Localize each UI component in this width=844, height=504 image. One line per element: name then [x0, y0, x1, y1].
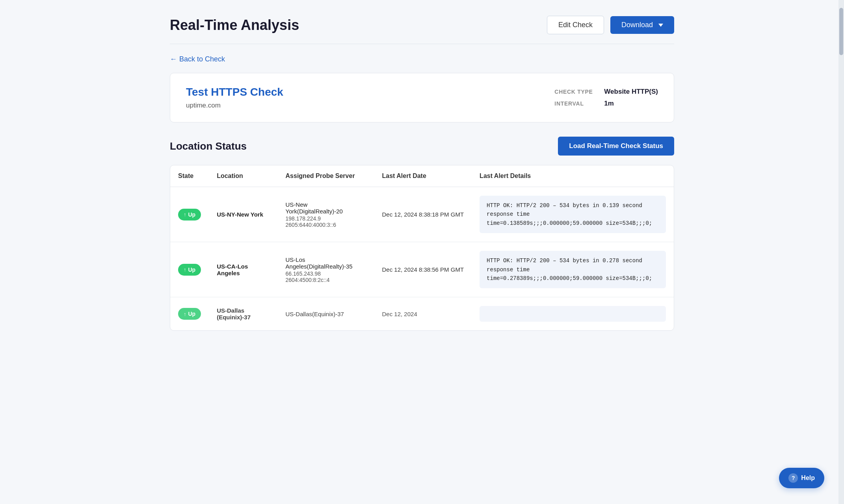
- check-name: Test HTTPS Check: [186, 86, 283, 98]
- status-badge: ↑ Up: [178, 308, 201, 320]
- location-name: US-Dallas (Equinix)-37: [217, 307, 251, 321]
- location-status-title: Location Status: [170, 140, 247, 152]
- check-url: uptime.com: [186, 102, 283, 109]
- check-card-left: Test HTTPS Check uptime.com: [186, 86, 283, 109]
- state-cell: ↑ Up: [170, 242, 209, 297]
- last-alert-date-cell: Dec 12, 2024 8:38:56 PM GMT: [374, 242, 472, 297]
- check-type-value: Website HTTP(S): [604, 88, 658, 96]
- check-interval-row: INTERVAL 1m: [554, 100, 658, 107]
- probe-name: US-Dallas(Equinix)-37: [286, 311, 366, 317]
- alert-detail-line1: HTTP OK: HTTP/2 200 – 534 bytes in 0.278…: [487, 256, 659, 274]
- state-cell: ↑ Up: [170, 187, 209, 242]
- col-last-alert-details: Last Alert Details: [472, 165, 674, 187]
- col-state: State: [170, 165, 209, 187]
- scrollbar[interactable]: [838, 0, 844, 504]
- alert-details-box: [480, 306, 666, 322]
- edit-check-button[interactable]: Edit Check: [547, 16, 604, 34]
- alert-details-box: HTTP OK: HTTP/2 200 – 534 bytes in 0.139…: [480, 196, 666, 233]
- arrow-left-icon: ←: [170, 55, 177, 63]
- probe-ip: 66.165.243.98: [286, 271, 366, 277]
- help-button[interactable]: ? Help: [779, 468, 824, 488]
- check-info-card: Test HTTPS Check uptime.com CHECK TYPE W…: [170, 73, 674, 122]
- check-meta: CHECK TYPE Website HTTP(S) INTERVAL 1m: [554, 88, 658, 107]
- page-title: Real-Time Analysis: [170, 17, 299, 33]
- col-probe-server: Assigned Probe Server: [278, 165, 374, 187]
- up-arrow-icon: ↑: [184, 211, 186, 217]
- status-badge: ↑ Up: [178, 209, 201, 220]
- probe-server-cell: US-Dallas(Equinix)-37: [278, 297, 374, 331]
- probe-ipv6: 2604:4500:8:2c::4: [286, 277, 366, 283]
- back-link-label: Back to Check: [179, 55, 225, 63]
- last-alert-date-cell: Dec 12, 2024: [374, 297, 472, 331]
- up-arrow-icon: ↑: [184, 311, 186, 317]
- location-status-table: State Location Assigned Probe Server Las…: [170, 165, 674, 330]
- probe-ipv6: 2605:6440:4000:3::6: [286, 222, 366, 228]
- state-cell: ↑ Up: [170, 297, 209, 331]
- help-circle-icon: ?: [788, 473, 798, 483]
- last-alert-details-cell: HTTP OK: HTTP/2 200 – 534 bytes in 0.139…: [472, 187, 674, 242]
- download-label: Download: [621, 21, 653, 29]
- last-alert-date-cell: Dec 12, 2024 8:38:18 PM GMT: [374, 187, 472, 242]
- location-status-section-header: Location Status Load Real-Time Check Sta…: [170, 137, 674, 156]
- table-header-row: State Location Assigned Probe Server Las…: [170, 165, 674, 187]
- header-actions: Edit Check Download: [547, 16, 674, 34]
- last-alert-date: Dec 12, 2024: [382, 311, 417, 317]
- location-cell: US-NY-New York: [209, 187, 277, 242]
- check-type-label: CHECK TYPE: [554, 89, 598, 95]
- location-name: US-NY-New York: [217, 211, 263, 218]
- last-alert-date: Dec 12, 2024 8:38:56 PM GMT: [382, 266, 464, 273]
- alert-details-box: HTTP OK: HTTP/2 200 – 534 bytes in 0.278…: [480, 251, 666, 288]
- location-status-table-wrapper: State Location Assigned Probe Server Las…: [170, 165, 674, 331]
- probe-server-cell: US-New York(DigitalRealty)-20 198.178.22…: [278, 187, 374, 242]
- download-button[interactable]: Download: [610, 16, 674, 34]
- probe-ip: 198.178.224.9: [286, 215, 366, 222]
- location-name: US-CA-Los Angeles: [217, 263, 248, 276]
- check-type-row: CHECK TYPE Website HTTP(S): [554, 88, 658, 96]
- probe-name: US-New York(DigitalRealty)-20: [286, 201, 366, 215]
- alert-detail-line2: time=0.138589s;;;0.000000;59.000000 size…: [487, 219, 659, 228]
- alert-detail-line2: time=0.278389s;;;0.000000;59.000000 size…: [487, 274, 659, 283]
- chevron-down-icon: [658, 24, 663, 27]
- status-badge: ↑ Up: [178, 264, 201, 276]
- table-row: ↑ Up US-Dallas (Equinix)-37 US-Dallas(Eq…: [170, 297, 674, 331]
- probe-name: US-Los Angeles(DigitalRealty)-35: [286, 256, 366, 270]
- probe-server-cell: US-Los Angeles(DigitalRealty)-35 66.165.…: [278, 242, 374, 297]
- last-alert-date: Dec 12, 2024 8:38:18 PM GMT: [382, 211, 464, 218]
- col-location: Location: [209, 165, 277, 187]
- last-alert-details-cell: HTTP OK: HTTP/2 200 – 534 bytes in 0.278…: [472, 242, 674, 297]
- up-arrow-icon: ↑: [184, 267, 186, 272]
- help-label: Help: [801, 474, 815, 482]
- location-cell: US-Dallas (Equinix)-37: [209, 297, 277, 331]
- page-header: Real-Time Analysis Edit Check Download: [170, 16, 674, 44]
- back-to-check-link[interactable]: ← Back to Check: [170, 55, 225, 63]
- load-realtime-status-button[interactable]: Load Real-Time Check Status: [558, 137, 674, 156]
- location-cell: US-CA-Los Angeles: [209, 242, 277, 297]
- scrollbar-thumb[interactable]: [839, 8, 843, 55]
- col-last-alert-date: Last Alert Date: [374, 165, 472, 187]
- last-alert-details-cell: [472, 297, 674, 331]
- alert-detail-line1: HTTP OK: HTTP/2 200 – 534 bytes in 0.139…: [487, 201, 659, 219]
- check-interval-value: 1m: [604, 100, 614, 107]
- table-row: ↑ Up US-CA-Los Angeles US-Los Angeles(Di…: [170, 242, 674, 297]
- check-interval-label: INTERVAL: [554, 100, 598, 107]
- table-row: ↑ Up US-NY-New York US-New York(DigitalR…: [170, 187, 674, 242]
